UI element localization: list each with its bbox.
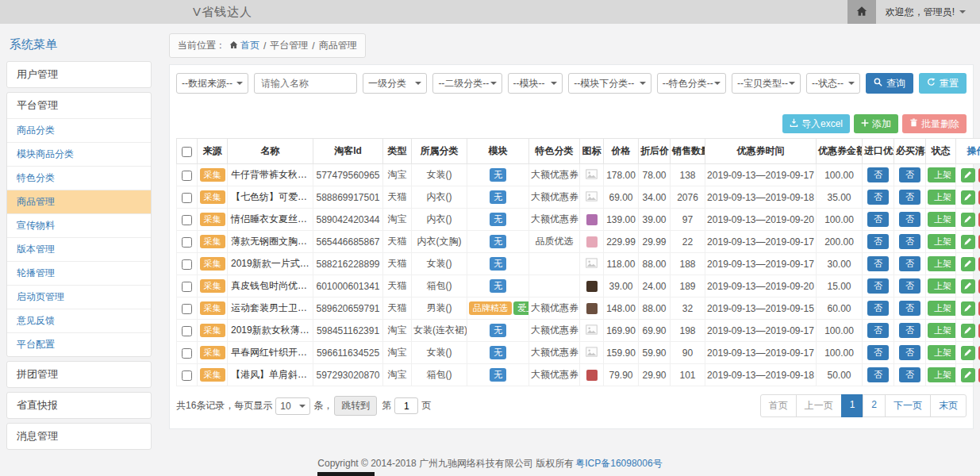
sidebar-item-group-buy-management[interactable]: 拼团管理: [7, 362, 151, 387]
sidebar-subitem-version-management[interactable]: 版本管理: [7, 237, 151, 261]
batch-delete-button[interactable]: 批量删除: [902, 114, 967, 133]
must-buy-toggle[interactable]: 否: [899, 167, 920, 182]
edit-button[interactable]: [961, 301, 975, 316]
row-checkbox[interactable]: [182, 348, 192, 359]
import-select-toggle[interactable]: 否: [867, 301, 889, 316]
filter-level1-category[interactable]: 一级分类: [363, 73, 427, 94]
status-button[interactable]: 上架: [928, 345, 956, 360]
must-buy-toggle[interactable]: 否: [899, 278, 920, 294]
pagination-row: 共16条记录，每页显示 10 条， 跳转到 第 页 首页上一页12下一页末页: [176, 394, 967, 417]
sidebar-item-user-management[interactable]: 用户管理: [7, 62, 151, 87]
icp-link[interactable]: 粤ICP备16098006号: [575, 457, 662, 470]
filter-item-type[interactable]: --宝贝类型--: [732, 73, 801, 94]
sidebar-subitem-goods-management[interactable]: 商品管理: [7, 190, 151, 213]
pagination-button[interactable]: 下一页: [885, 394, 931, 417]
sidebar-subitem-promo-material[interactable]: 宣传物料: [7, 213, 151, 237]
name-search-input[interactable]: [254, 73, 357, 94]
breadcrumb-home-link[interactable]: 首页: [229, 39, 259, 52]
row-checkbox[interactable]: [182, 171, 192, 181]
must-buy-toggle[interactable]: 否: [899, 256, 920, 271]
filter-module[interactable]: --模块--: [508, 73, 563, 94]
sidebar-subitem-module-goods-category[interactable]: 模块商品分类: [7, 142, 151, 166]
welcome-text: 欢迎您，管理员!: [886, 6, 955, 19]
import-select-toggle[interactable]: 否: [867, 256, 889, 271]
import-excel-button[interactable]: 导入excel: [782, 114, 850, 133]
sidebar-subitem-platform-config[interactable]: 平台配置: [7, 332, 151, 356]
edit-button[interactable]: [961, 235, 975, 249]
page-size-select[interactable]: 10: [275, 397, 310, 415]
sidebar-item-platform-management[interactable]: 平台管理: [7, 93, 151, 118]
edit-button[interactable]: [961, 168, 975, 182]
module-badge: 品牌精选: [469, 301, 512, 315]
edit-button[interactable]: [961, 190, 975, 205]
must-buy-toggle[interactable]: 否: [899, 323, 920, 338]
pagination-button[interactable]: 上一页: [796, 394, 842, 417]
row-checkbox[interactable]: [182, 237, 192, 248]
status-button[interactable]: 上架: [928, 256, 956, 271]
must-buy-toggle[interactable]: 否: [899, 301, 920, 316]
pagination-button[interactable]: 1: [841, 394, 864, 417]
sidebar-item-express-news[interactable]: 省直快报: [7, 393, 151, 418]
status-button[interactable]: 上架: [928, 278, 956, 294]
add-button[interactable]: 添加: [854, 114, 898, 133]
status-button[interactable]: 上架: [928, 167, 956, 182]
filter-feature-category[interactable]: --特色分类--: [657, 73, 726, 94]
edit-button[interactable]: [961, 213, 975, 227]
status-button[interactable]: 上架: [928, 190, 956, 205]
pagination-button[interactable]: 首页: [760, 394, 797, 417]
filter-level2-category[interactable]: --二级分类--: [432, 73, 502, 94]
import-select-toggle[interactable]: 否: [867, 278, 889, 294]
must-buy-toggle[interactable]: 否: [899, 345, 920, 360]
sidebar-subitem-carousel-management[interactable]: 轮播管理: [7, 261, 151, 285]
edit-button[interactable]: [961, 368, 975, 382]
user-menu[interactable]: 欢迎您，管理员!: [876, 6, 980, 19]
jump-button[interactable]: 跳转到: [334, 396, 377, 416]
status-button[interactable]: 上架: [928, 301, 956, 316]
edit-button[interactable]: [961, 324, 975, 338]
status-button[interactable]: 上架: [928, 234, 956, 249]
edit-button[interactable]: [961, 346, 975, 360]
import-select-toggle[interactable]: 否: [867, 234, 889, 249]
pagination-button[interactable]: 2: [863, 394, 886, 417]
filter-module-subcategory[interactable]: --模块下分类--: [568, 73, 651, 94]
row-checkbox[interactable]: [182, 370, 192, 381]
row-checkbox[interactable]: [182, 259, 192, 270]
sidebar-item-message-management[interactable]: 消息管理: [7, 424, 151, 449]
import-select-toggle[interactable]: 否: [867, 167, 889, 182]
row-checkbox[interactable]: [182, 193, 192, 203]
import-select-toggle[interactable]: 否: [867, 212, 889, 227]
edit-button[interactable]: [961, 279, 975, 294]
status-button[interactable]: 上架: [928, 323, 956, 338]
must-buy-toggle[interactable]: 否: [899, 367, 920, 382]
row-checkbox[interactable]: [182, 215, 192, 225]
import-select-toggle[interactable]: 否: [867, 323, 889, 338]
sidebar-subitem-splash-page-management[interactable]: 启动页管理: [7, 285, 151, 309]
reset-button[interactable]: 重置: [919, 73, 967, 94]
search-button[interactable]: 查询: [866, 73, 913, 94]
column-header-7: 图标: [580, 139, 604, 164]
must-buy-toggle[interactable]: 否: [899, 190, 920, 205]
status-button[interactable]: 上架: [928, 212, 956, 227]
sidebar-subitem-feedback[interactable]: 意见反馈: [7, 309, 151, 332]
status-button[interactable]: 上架: [928, 367, 956, 382]
import-select-toggle[interactable]: 否: [867, 367, 889, 382]
row-checkbox[interactable]: [182, 304, 192, 314]
select-all-checkbox[interactable]: [182, 147, 192, 157]
edit-button[interactable]: [961, 257, 975, 271]
product-icon-cell: [580, 186, 604, 209]
filter-data-source[interactable]: --数据来源--: [176, 73, 248, 94]
sidebar-subitem-feature-category[interactable]: 特色分类: [7, 166, 151, 190]
filter-status[interactable]: --状态--: [806, 73, 860, 94]
jump-page-input[interactable]: [394, 397, 418, 414]
sidebar-subitem-goods-category[interactable]: 商品分类: [7, 118, 151, 142]
row-checkbox[interactable]: [182, 282, 192, 292]
row-checkbox[interactable]: [182, 326, 192, 336]
must-buy-toggle[interactable]: 否: [899, 234, 920, 249]
import-select-toggle[interactable]: 否: [867, 190, 889, 205]
discount-price: 29.90: [639, 364, 671, 386]
home-button[interactable]: [847, 0, 876, 24]
ops-cell: [956, 275, 980, 298]
must-buy-toggle[interactable]: 否: [899, 212, 920, 227]
import-select-toggle[interactable]: 否: [867, 345, 889, 360]
pagination-button[interactable]: 末页: [930, 394, 967, 417]
